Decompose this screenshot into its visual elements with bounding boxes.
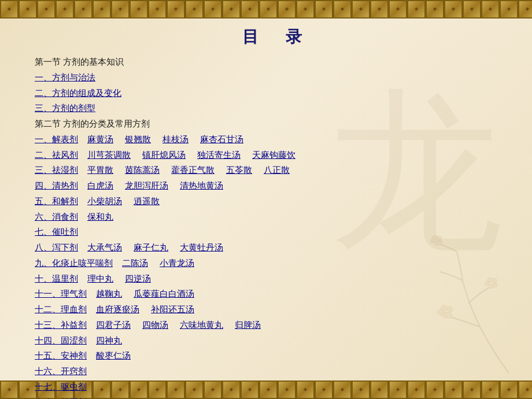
toc-item-link[interactable]: 第二节 方剂的分类及常用方剂 xyxy=(35,119,150,128)
border-decoration xyxy=(19,0,37,19)
toc-line: 十五、安神剂酸枣仁汤 xyxy=(35,349,520,363)
toc-line: 十、温里剂理中丸四逆汤 xyxy=(35,272,520,286)
border-decoration xyxy=(389,0,407,19)
border-decoration xyxy=(0,0,19,19)
toc-formula-link[interactable]: 龙胆泻肝汤 xyxy=(125,181,168,190)
toc-line: 八、泻下剂大承气汤麻子仁丸大黄牡丹汤 xyxy=(35,241,520,255)
border-decoration xyxy=(370,0,389,19)
border-decoration xyxy=(93,0,111,19)
border-decoration xyxy=(111,0,130,19)
toc-line: 四、清热剂白虎汤龙胆泻肝汤清热地黄汤 xyxy=(35,179,520,193)
border-decoration xyxy=(241,0,259,19)
toc-line: 十四、固涩剂四神丸 xyxy=(35,334,520,348)
toc-item-link[interactable]: 三、祛湿剂 xyxy=(35,165,78,175)
toc-formula-link[interactable]: 逍遥散 xyxy=(134,197,160,206)
toc-formula-link[interactable]: 独活寄生汤 xyxy=(197,150,241,160)
toc-formula-link[interactable]: 白虎汤 xyxy=(87,181,113,190)
toc-formula-link[interactable]: 川芎茶调散 xyxy=(87,150,131,160)
toc-item-link[interactable]: 一、方剂与治法 xyxy=(35,73,95,82)
toc-formula-link[interactable]: 茵陈蒿汤 xyxy=(125,165,160,175)
toc-item-link[interactable]: 十三、补益剂 xyxy=(35,320,87,330)
toc-formula-link[interactable]: 桂枝汤 xyxy=(162,135,189,144)
toc-line: 三、方剂的剂型 xyxy=(35,101,520,116)
toc-line: 五、和解剂小柴胡汤逍遥散 xyxy=(35,194,520,209)
toc-formula-link[interactable]: 酸枣仁汤 xyxy=(96,351,131,360)
toc-item-link[interactable]: 五、和解剂 xyxy=(35,197,78,206)
border-decoration xyxy=(444,0,463,19)
border-decoration xyxy=(333,0,352,19)
toc-formula-link[interactable]: 保和丸 xyxy=(87,212,113,221)
toc-item-link[interactable]: 十七、驱虫剂 xyxy=(35,382,87,391)
toc-formula-link[interactable]: 四逆汤 xyxy=(125,274,151,283)
toc-item-link[interactable]: 十四、固涩剂 xyxy=(35,336,87,345)
toc-formula-link[interactable]: 清热地黄汤 xyxy=(180,181,223,190)
border-decoration xyxy=(204,0,222,19)
border-decoration xyxy=(222,0,241,19)
toc-item-link[interactable]: 四、清热剂 xyxy=(35,181,78,190)
toc-formula-link[interactable]: 归脾汤 xyxy=(235,320,261,330)
border-decoration xyxy=(463,0,481,19)
toc-formula-link[interactable]: 四神丸 xyxy=(96,336,122,345)
border-decoration xyxy=(296,0,315,19)
toc-line: 十八、外用剂 xyxy=(35,396,520,400)
toc-formula-link[interactable]: 麻黄汤 xyxy=(87,135,113,144)
toc-formula-link[interactable]: 小柴胡汤 xyxy=(87,197,122,206)
toc-formula-link[interactable]: 藿香正气散 xyxy=(171,165,215,175)
page-title: 目 录 xyxy=(35,26,520,48)
toc-item-link[interactable]: 七、催吐剂 xyxy=(35,227,78,237)
border-decoration xyxy=(259,0,278,19)
toc-line: 二、祛风剂川芎茶调散镇肝熄风汤独活寄生汤天麻钩藤饮 xyxy=(35,148,520,162)
toc-formula-link[interactable]: 越鞠丸 xyxy=(96,289,122,298)
toc-item-link[interactable]: 三、方剂的剂型 xyxy=(35,104,95,113)
toc-formula-link[interactable]: 麻杏石甘汤 xyxy=(200,135,243,144)
border-decoration xyxy=(518,0,532,19)
toc-formula-link[interactable]: 补阳还五汤 xyxy=(151,305,194,314)
toc-formula-link[interactable]: 天麻钩藤饮 xyxy=(252,150,295,160)
border-decoration xyxy=(315,0,333,19)
toc-line: 十二、理血剂血府逐瘀汤补阳还五汤 xyxy=(35,302,520,317)
border-decoration xyxy=(56,0,74,19)
border-decoration xyxy=(148,0,167,19)
border-decoration xyxy=(0,380,19,399)
toc-line: 十一、理气剂越鞠丸瓜蒌薤白白酒汤 xyxy=(35,287,520,301)
toc-item-link[interactable]: 十五、安神剂 xyxy=(35,351,87,360)
toc-line: 三、祛湿剂平胃散茵陈蒿汤藿香正气散五苓散八正散 xyxy=(35,163,520,178)
toc-formula-link[interactable]: 理中丸 xyxy=(87,274,113,283)
toc-formula-link[interactable]: 麻子仁丸 xyxy=(134,243,168,252)
toc-formula-link[interactable]: 八正散 xyxy=(264,165,290,175)
toc-item-link[interactable]: 八、泻下剂 xyxy=(35,243,78,252)
toc-line: 九、化痰止咳平喘剂二陈汤小青龙汤 xyxy=(35,256,520,271)
toc-formula-link[interactable]: 银翘散 xyxy=(125,135,151,144)
toc-item-link[interactable]: 第一节 方剂的基本知识 xyxy=(35,57,124,66)
toc-item-link[interactable]: 一、解表剂 xyxy=(35,135,78,144)
page-container: 龙 目 录 第一节 方剂的基本知识一、方剂与治法二、方剂的组成及变化三、方剂的剂… xyxy=(0,0,532,399)
toc-line: 二、方剂的组成及变化 xyxy=(35,86,520,101)
toc-item-link[interactable]: 二、祛风剂 xyxy=(35,150,78,160)
toc-line: 十七、驱虫剂 xyxy=(35,380,520,394)
toc-formula-link[interactable]: 四物汤 xyxy=(142,320,168,330)
toc-formula-link[interactable]: 大黄牡丹汤 xyxy=(180,243,223,252)
border-decoration xyxy=(167,0,185,19)
toc-formula-link[interactable]: 瓜蒌薤白白酒汤 xyxy=(134,289,194,298)
border-decoration xyxy=(130,0,148,19)
toc-formula-link[interactable]: 平胃散 xyxy=(87,165,113,175)
toc-formula-link[interactable]: 六味地黄丸 xyxy=(180,320,223,330)
toc-item-link[interactable]: 十二、理血剂 xyxy=(35,305,87,314)
toc-list: 第一节 方剂的基本知识一、方剂与治法二、方剂的组成及变化三、方剂的剂型第二节 方… xyxy=(35,55,520,399)
toc-formula-link[interactable]: 二陈汤 xyxy=(122,258,148,268)
toc-line: 十三、补益剂四君子汤四物汤六味地黄丸归脾汤 xyxy=(35,318,520,332)
toc-formula-link[interactable]: 大承气汤 xyxy=(87,243,122,252)
toc-formula-link[interactable]: 小青龙汤 xyxy=(160,258,194,268)
toc-item-link[interactable]: 十、温里剂 xyxy=(35,274,78,283)
toc-item-link[interactable]: 六、消食剂 xyxy=(35,212,78,221)
toc-item-link[interactable]: 十一、理气剂 xyxy=(35,289,87,298)
toc-formula-link[interactable]: 血府逐瘀汤 xyxy=(96,305,139,314)
toc-content: 目 录 第一节 方剂的基本知识一、方剂与治法二、方剂的组成及变化三、方剂的剂型第… xyxy=(0,20,532,379)
toc-formula-link[interactable]: 四君子汤 xyxy=(96,320,131,330)
toc-formula-link[interactable]: 镇肝熄风汤 xyxy=(142,150,186,160)
toc-formula-link[interactable]: 五苓散 xyxy=(226,165,252,175)
toc-item-link[interactable]: 二、方剂的组成及变化 xyxy=(35,88,121,98)
border-decoration xyxy=(352,0,370,19)
toc-item-link[interactable]: 九、化痰止咳平喘剂 xyxy=(35,258,113,268)
toc-item-link[interactable]: 十六、开窍剂 xyxy=(35,367,87,376)
